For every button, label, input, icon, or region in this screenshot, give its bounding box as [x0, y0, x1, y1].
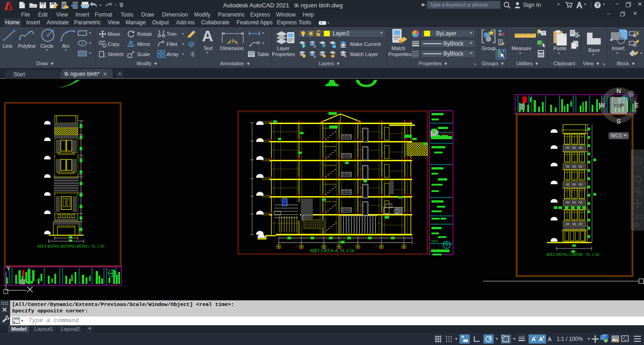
- svg-text:MẶT ĐỨNG HƯỚNG ĐÔNG TL 1:50: MẶT ĐỨNG HƯỚNG ĐÔNG TL 1:50: [37, 244, 104, 249]
- svg-text:KẾT CẤU: KẾT CẤU: [441, 133, 453, 136]
- svg-text:TOP: TOP: [614, 103, 624, 108]
- svg-text:MẶT ĐỨNG CHÍNH TL 1:50: MẶT ĐỨNG CHÍNH TL 1:50: [546, 252, 599, 257]
- svg-text:WCS: WCS: [611, 133, 622, 138]
- svg-text:1:1 / 100%: 1:1 / 100%: [557, 336, 583, 342]
- svg-text:KT: KT: [444, 242, 448, 244]
- svg-text:TEXT: TEXT: [431, 240, 438, 243]
- svg-text:E: E: [634, 102, 638, 109]
- svg-text:Y: Y: [6, 266, 10, 272]
- svg-text:S: S: [616, 118, 621, 125]
- svg-text:N: N: [616, 87, 621, 95]
- svg-text:W: W: [598, 102, 605, 109]
- svg-text:MẶT CẮT A-A TL 1:50: MẶT CẮT A-A TL 1:50: [310, 248, 354, 254]
- svg-text:?: ?: [596, 2, 599, 8]
